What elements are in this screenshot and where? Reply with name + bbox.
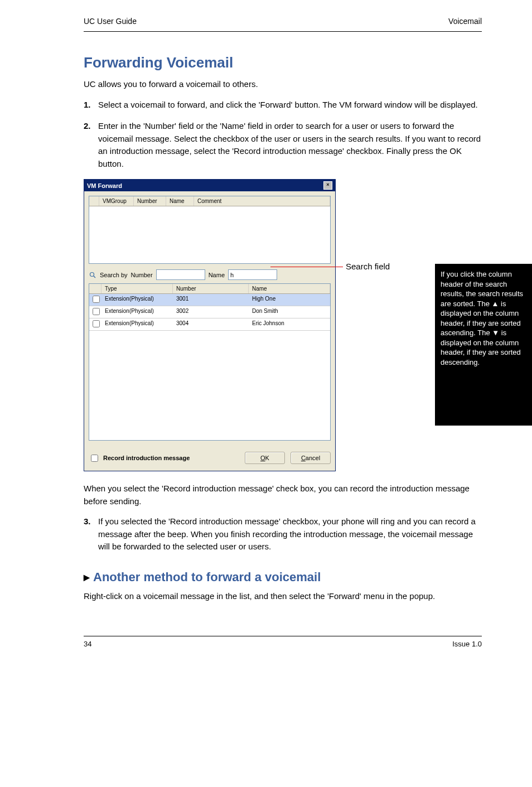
header-left: UC User Guide <box>84 17 137 26</box>
step-2-text: Enter in the 'Number' field or the 'Name… <box>98 120 482 170</box>
callout-line <box>270 267 343 267</box>
row-checkbox[interactable] <box>93 320 100 327</box>
dialog-titlebar: VM Forward × <box>84 180 335 191</box>
callout-label: Search field <box>346 262 390 271</box>
search-by-label: Search by <box>100 272 128 278</box>
footer-issue: Issue 1.0 <box>452 640 482 648</box>
step-3-num: 3. <box>84 515 94 553</box>
cancel-label-rest: ancel <box>306 455 320 461</box>
results-col-number[interactable]: Number <box>173 284 249 293</box>
dialog-title: VM Forward <box>87 182 122 189</box>
search-name-input[interactable] <box>228 269 277 280</box>
step-2-num: 2. <box>84 120 94 170</box>
page-footer: 34 Issue 1.0 <box>84 636 482 648</box>
col-name[interactable]: Name <box>166 196 194 206</box>
step-1-num: 1. <box>84 99 94 112</box>
search-name-label: Name <box>209 272 225 278</box>
row-checkbox[interactable] <box>93 296 100 303</box>
search-icon <box>89 271 96 279</box>
results-row[interactable]: Extension(Physical) 3004 Eric Johnson <box>89 318 330 331</box>
step-1-text: Select a voicemail to forward, and click… <box>98 99 478 112</box>
triangle-icon: ▶ <box>84 573 90 582</box>
results-col-name[interactable]: Name <box>249 284 330 293</box>
ok-button[interactable]: OK <box>245 452 285 464</box>
side-note-panel: If you click the column header of the se… <box>435 264 532 426</box>
header-right: Voicemail <box>448 17 482 26</box>
col-vmgroup[interactable]: VMGroup <box>99 196 134 206</box>
intro-text: UC allows you to forward a voicemail to … <box>84 78 482 91</box>
ok-label-rest: K <box>265 455 269 461</box>
search-row: Search by Number Name <box>89 269 331 280</box>
sub-heading: ▶ Another method to forward a voicemail <box>84 570 482 585</box>
close-icon[interactable]: × <box>323 181 332 190</box>
row-checkbox[interactable] <box>93 308 100 315</box>
sub-heading-text: Another method to forward a voicemail <box>93 570 321 585</box>
search-number-input[interactable] <box>156 269 205 280</box>
cancel-button[interactable]: Cancel <box>291 452 331 464</box>
search-number-label: Number <box>131 272 153 278</box>
selected-users-grid: VMGroup Number Name Comment <box>89 196 331 264</box>
results-row[interactable]: Extension(Physical) 3001 High One <box>89 294 330 306</box>
sub-text: Right-click on a voicemail message in th… <box>84 590 482 603</box>
results-row[interactable]: Extension(Physical) 3002 Don Smith <box>89 306 330 318</box>
record-note: When you select the 'Record introduction… <box>84 482 482 508</box>
svg-point-0 <box>90 272 94 276</box>
results-col-type[interactable]: Type <box>101 284 173 293</box>
footer-page-number: 34 <box>84 640 91 648</box>
col-number[interactable]: Number <box>134 196 166 206</box>
search-results-grid: Type Number Name Extension(Physical) 300… <box>89 284 330 331</box>
record-intro-checkbox[interactable] <box>91 455 98 462</box>
section-title: Forwarding Voicemail <box>84 54 482 71</box>
svg-line-1 <box>94 276 95 278</box>
header-rule <box>84 31 482 32</box>
col-check[interactable] <box>89 196 99 206</box>
side-note-text: If you click the column header of the se… <box>441 270 523 366</box>
col-comment[interactable]: Comment <box>194 196 330 206</box>
record-intro-option[interactable]: Record introduction message <box>89 453 190 463</box>
results-col-check[interactable] <box>89 284 101 293</box>
vm-forward-dialog: VM Forward × VMGroup Number Name Comment <box>84 179 336 471</box>
step-3-text: If you selected the 'Record introduction… <box>98 515 482 553</box>
record-intro-label: Record introduction message <box>103 455 190 461</box>
